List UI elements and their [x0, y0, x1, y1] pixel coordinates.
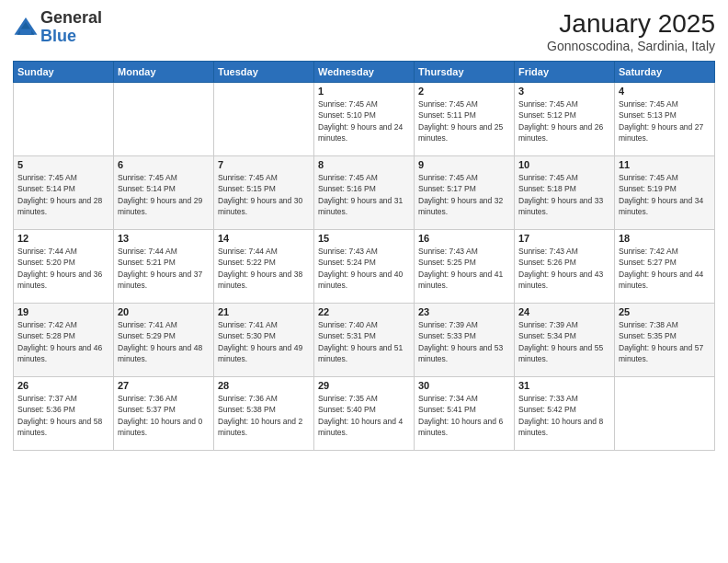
calendar-cell: 11Sunrise: 7:45 AM Sunset: 5:19 PM Dayli… — [615, 156, 715, 230]
day-number: 25 — [619, 306, 711, 317]
day-number: 5 — [17, 159, 109, 170]
day-number: 22 — [318, 306, 410, 317]
calendar-cell — [214, 83, 314, 156]
day-info: Sunrise: 7:35 AM Sunset: 5:40 PM Dayligh… — [318, 393, 410, 438]
week-row-3: 12Sunrise: 7:44 AM Sunset: 5:20 PM Dayli… — [14, 230, 715, 304]
header-thursday: Thursday — [415, 62, 515, 83]
day-number: 10 — [518, 159, 610, 170]
day-number: 21 — [218, 306, 310, 317]
day-info: Sunrise: 7:43 AM Sunset: 5:25 PM Dayligh… — [418, 246, 510, 291]
calendar-cell: 8Sunrise: 7:45 AM Sunset: 5:16 PM Daylig… — [314, 156, 415, 230]
day-number: 12 — [17, 233, 109, 244]
day-number: 1 — [318, 86, 410, 97]
day-number: 16 — [418, 233, 510, 244]
header-sunday: Sunday — [14, 62, 114, 83]
day-number: 9 — [418, 159, 510, 170]
day-info: Sunrise: 7:43 AM Sunset: 5:26 PM Dayligh… — [518, 246, 610, 291]
calendar-subtitle: Gonnoscodina, Sardinia, Italy — [547, 39, 715, 53]
calendar-cell: 16Sunrise: 7:43 AM Sunset: 5:25 PM Dayli… — [415, 230, 515, 304]
calendar-cell: 22Sunrise: 7:40 AM Sunset: 5:31 PM Dayli… — [314, 304, 415, 377]
calendar-cell: 25Sunrise: 7:38 AM Sunset: 5:35 PM Dayli… — [615, 304, 715, 377]
day-info: Sunrise: 7:36 AM Sunset: 5:37 PM Dayligh… — [118, 393, 210, 438]
day-number: 27 — [118, 380, 210, 391]
calendar-cell: 9Sunrise: 7:45 AM Sunset: 5:17 PM Daylig… — [415, 156, 515, 230]
calendar-cell: 31Sunrise: 7:33 AM Sunset: 5:42 PM Dayli… — [515, 377, 615, 451]
day-number: 29 — [318, 380, 410, 391]
day-number: 31 — [518, 380, 610, 391]
header-tuesday: Tuesday — [214, 62, 314, 83]
day-number: 30 — [418, 380, 510, 391]
day-number: 2 — [418, 86, 510, 97]
day-number: 3 — [518, 86, 610, 97]
day-number: 26 — [17, 380, 109, 391]
day-info: Sunrise: 7:39 AM Sunset: 5:33 PM Dayligh… — [418, 319, 510, 364]
day-info: Sunrise: 7:42 AM Sunset: 5:28 PM Dayligh… — [17, 319, 109, 364]
calendar-cell: 12Sunrise: 7:44 AM Sunset: 5:20 PM Dayli… — [14, 230, 114, 304]
day-number: 7 — [218, 159, 310, 170]
calendar-cell: 18Sunrise: 7:42 AM Sunset: 5:27 PM Dayli… — [615, 230, 715, 304]
header-friday: Friday — [515, 62, 615, 83]
day-info: Sunrise: 7:45 AM Sunset: 5:14 PM Dayligh… — [17, 172, 109, 217]
day-info: Sunrise: 7:37 AM Sunset: 5:36 PM Dayligh… — [17, 393, 109, 438]
title-block: January 2025 Gonnoscodina, Sardinia, Ita… — [547, 9, 715, 53]
day-info: Sunrise: 7:44 AM Sunset: 5:21 PM Dayligh… — [118, 246, 210, 291]
day-info: Sunrise: 7:43 AM Sunset: 5:24 PM Dayligh… — [318, 246, 410, 291]
calendar-cell: 7Sunrise: 7:45 AM Sunset: 5:15 PM Daylig… — [214, 156, 314, 230]
day-info: Sunrise: 7:38 AM Sunset: 5:35 PM Dayligh… — [619, 319, 711, 364]
day-info: Sunrise: 7:45 AM Sunset: 5:14 PM Dayligh… — [118, 172, 210, 217]
calendar-cell: 3Sunrise: 7:45 AM Sunset: 5:12 PM Daylig… — [515, 83, 615, 156]
day-number: 19 — [17, 306, 109, 317]
day-info: Sunrise: 7:45 AM Sunset: 5:12 PM Dayligh… — [518, 98, 610, 144]
calendar-cell: 14Sunrise: 7:44 AM Sunset: 5:22 PM Dayli… — [214, 230, 314, 304]
header-monday: Monday — [114, 62, 214, 83]
calendar-cell — [615, 377, 715, 451]
day-number: 14 — [218, 233, 310, 244]
calendar-cell: 29Sunrise: 7:35 AM Sunset: 5:40 PM Dayli… — [314, 377, 415, 451]
header-wednesday: Wednesday — [314, 62, 415, 83]
day-info: Sunrise: 7:44 AM Sunset: 5:20 PM Dayligh… — [17, 246, 109, 291]
calendar-cell: 17Sunrise: 7:43 AM Sunset: 5:26 PM Dayli… — [515, 230, 615, 304]
day-info: Sunrise: 7:41 AM Sunset: 5:30 PM Dayligh… — [218, 319, 310, 364]
header-saturday: Saturday — [615, 62, 715, 83]
day-info: Sunrise: 7:36 AM Sunset: 5:38 PM Dayligh… — [218, 393, 310, 438]
logo: General Blue — [13, 9, 102, 46]
day-info: Sunrise: 7:45 AM Sunset: 5:17 PM Dayligh… — [418, 172, 510, 217]
logo-general-text: General — [40, 8, 102, 27]
day-info: Sunrise: 7:44 AM Sunset: 5:22 PM Dayligh… — [218, 246, 310, 291]
day-info: Sunrise: 7:41 AM Sunset: 5:29 PM Dayligh… — [118, 319, 210, 364]
day-number: 4 — [619, 86, 711, 97]
header: General Blue January 2025 Gonnoscodina, … — [13, 9, 715, 53]
calendar-cell: 24Sunrise: 7:39 AM Sunset: 5:34 PM Dayli… — [515, 304, 615, 377]
calendar-cell: 20Sunrise: 7:41 AM Sunset: 5:29 PM Dayli… — [114, 304, 214, 377]
day-number: 15 — [318, 233, 410, 244]
calendar-cell: 28Sunrise: 7:36 AM Sunset: 5:38 PM Dayli… — [214, 377, 314, 451]
svg-rect-2 — [20, 29, 31, 34]
calendar-cell: 6Sunrise: 7:45 AM Sunset: 5:14 PM Daylig… — [114, 156, 214, 230]
calendar-table: Sunday Monday Tuesday Wednesday Thursday… — [13, 61, 715, 451]
logo-blue-text: Blue — [40, 27, 76, 45]
calendar-cell: 1Sunrise: 7:45 AM Sunset: 5:10 PM Daylig… — [314, 83, 415, 156]
day-number: 28 — [218, 380, 310, 391]
logo-icon — [13, 15, 39, 40]
day-number: 17 — [518, 233, 610, 244]
day-info: Sunrise: 7:45 AM Sunset: 5:16 PM Dayligh… — [318, 172, 410, 217]
day-info: Sunrise: 7:39 AM Sunset: 5:34 PM Dayligh… — [518, 319, 610, 364]
day-info: Sunrise: 7:45 AM Sunset: 5:19 PM Dayligh… — [619, 172, 711, 217]
calendar-cell: 21Sunrise: 7:41 AM Sunset: 5:30 PM Dayli… — [214, 304, 314, 377]
calendar-cell: 13Sunrise: 7:44 AM Sunset: 5:21 PM Dayli… — [114, 230, 214, 304]
day-info: Sunrise: 7:45 AM Sunset: 5:11 PM Dayligh… — [418, 98, 510, 144]
header-row: Sunday Monday Tuesday Wednesday Thursday… — [14, 62, 715, 83]
day-info: Sunrise: 7:45 AM Sunset: 5:10 PM Dayligh… — [318, 98, 410, 144]
week-row-1: 1Sunrise: 7:45 AM Sunset: 5:10 PM Daylig… — [14, 83, 715, 156]
day-info: Sunrise: 7:45 AM Sunset: 5:15 PM Dayligh… — [218, 172, 310, 217]
week-row-2: 5Sunrise: 7:45 AM Sunset: 5:14 PM Daylig… — [14, 156, 715, 230]
day-number: 23 — [418, 306, 510, 317]
day-number: 20 — [118, 306, 210, 317]
calendar-title: January 2025 — [547, 9, 715, 39]
day-number: 11 — [619, 159, 711, 170]
day-number: 24 — [518, 306, 610, 317]
day-info: Sunrise: 7:45 AM Sunset: 5:13 PM Dayligh… — [619, 98, 711, 144]
calendar-cell: 30Sunrise: 7:34 AM Sunset: 5:41 PM Dayli… — [415, 377, 515, 451]
calendar-cell — [14, 83, 114, 156]
week-row-5: 26Sunrise: 7:37 AM Sunset: 5:36 PM Dayli… — [14, 377, 715, 451]
